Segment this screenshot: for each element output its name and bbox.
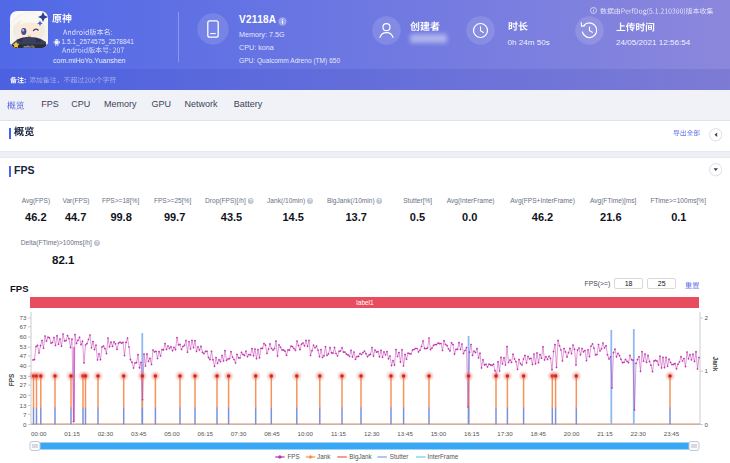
svg-text:47: 47: [20, 352, 27, 359]
svg-text:22:30: 22:30: [630, 430, 646, 437]
svg-text:40: 40: [20, 362, 27, 369]
svg-text:03:45: 03:45: [131, 430, 147, 437]
svg-text:10:00: 10:00: [297, 430, 313, 437]
svg-text:20: 20: [20, 392, 27, 399]
svg-text:23:45: 23:45: [664, 430, 680, 437]
svg-text:7: 7: [23, 411, 27, 418]
svg-text:08:45: 08:45: [264, 430, 280, 437]
svg-text:16:15: 16:15: [464, 430, 480, 437]
svg-text:11:15: 11:15: [331, 430, 347, 437]
svg-text:67: 67: [20, 323, 27, 330]
svg-text:02:30: 02:30: [98, 430, 114, 437]
svg-text:12:30: 12:30: [364, 430, 380, 437]
svg-text:53: 53: [20, 343, 27, 350]
svg-text:17:30: 17:30: [497, 430, 513, 437]
svg-text:60: 60: [20, 333, 27, 340]
svg-text:FPS: FPS: [8, 373, 15, 386]
svg-text:13: 13: [20, 402, 27, 409]
svg-text:FPS: FPS: [288, 453, 300, 460]
svg-text:06:15: 06:15: [198, 430, 214, 437]
svg-text:1: 1: [705, 367, 709, 374]
svg-text:27: 27: [20, 381, 27, 388]
svg-text:01:15: 01:15: [64, 430, 80, 437]
svg-text:00:00: 00:00: [31, 430, 47, 437]
svg-text:13:45: 13:45: [397, 430, 413, 437]
svg-text:Stutter: Stutter: [390, 453, 409, 460]
svg-text:InterFrame: InterFrame: [427, 453, 458, 460]
svg-text:0: 0: [705, 421, 709, 428]
svg-text:2: 2: [705, 314, 709, 321]
svg-text:15:00: 15:00: [431, 430, 447, 437]
svg-text:21:15: 21:15: [597, 430, 613, 437]
svg-text:BigJank: BigJank: [349, 453, 372, 461]
svg-text:73: 73: [20, 314, 27, 321]
svg-text:33: 33: [20, 373, 27, 380]
svg-text:Jank: Jank: [317, 453, 331, 460]
svg-text:18:45: 18:45: [531, 430, 547, 437]
svg-text:0: 0: [23, 421, 27, 428]
svg-text:05:00: 05:00: [164, 430, 180, 437]
svg-text:Jank: Jank: [712, 357, 719, 372]
svg-text:20:00: 20:00: [564, 430, 580, 437]
svg-text:miHoYo: miHoYo: [23, 45, 34, 48]
svg-text:07:30: 07:30: [231, 430, 247, 437]
